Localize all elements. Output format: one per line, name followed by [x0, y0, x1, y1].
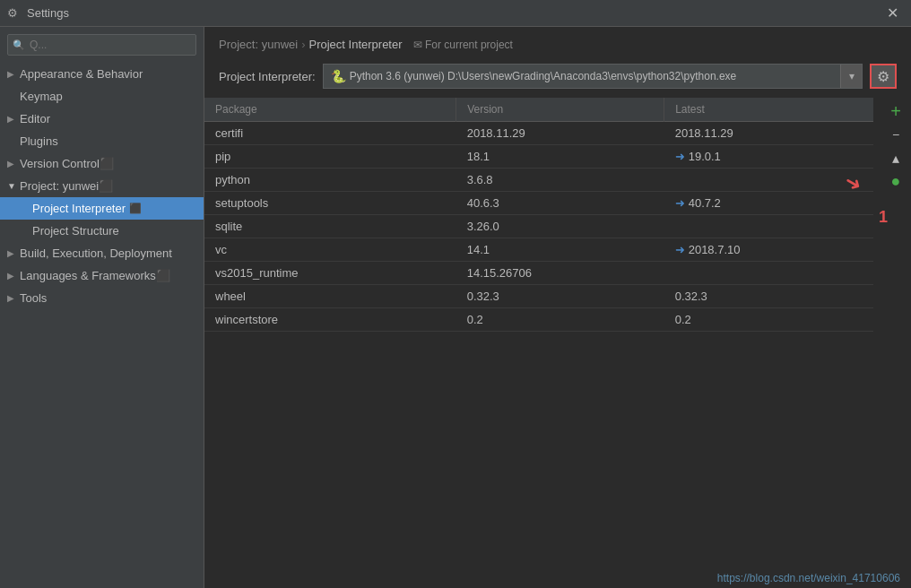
interpreter-bar: Project Interpreter: 🐍 Python 3.6 (yunwe… [204, 58, 911, 98]
packages-table: Package Version Latest certifi2018.11.29… [204, 98, 873, 332]
cell-latest: ➜19.0.1 [664, 145, 873, 169]
gear-settings-button[interactable]: ⚙ [870, 64, 897, 89]
chevron-right-icon: ▶ [7, 159, 20, 169]
cell-version: 3.6.8 [456, 169, 664, 192]
search-box[interactable]: 🔍 [7, 34, 196, 56]
close-button[interactable]: ✕ [881, 3, 904, 23]
cell-latest: ➜40.7.2 [664, 192, 873, 215]
version-control-icon: ⬛ [100, 157, 114, 170]
table-row[interactable]: vs2015_runtime14.15.26706 [204, 262, 873, 285]
add-package-button[interactable]: + [886, 101, 906, 121]
interpreter-path: Python 3.6 (yunwei) D:\Users\newGrading\… [350, 70, 837, 82]
cell-package: certifi [204, 122, 456, 145]
cell-version: 3.26.0 [456, 215, 664, 238]
cell-latest: ➜2018.7.10 [664, 238, 873, 262]
chevron-right-icon: ▶ [7, 271, 20, 281]
cell-latest: 0.32.3 [664, 285, 873, 308]
cell-latest [664, 215, 873, 238]
cell-latest [664, 169, 873, 192]
cell-latest: 0.2 [664, 308, 873, 332]
cell-version: 14.15.26706 [456, 262, 664, 285]
breadcrumb-current: Project Interpreter [309, 38, 403, 51]
table-container: Package Version Latest certifi2018.11.29… [204, 98, 881, 568]
cell-package: wincertstore [204, 308, 456, 332]
title-bar-title: Settings [27, 6, 881, 20]
cell-latest: 2018.11.29 [664, 122, 873, 145]
table-row[interactable]: wincertstore0.20.2 [204, 308, 873, 332]
sidebar-item-editor[interactable]: ▶ Editor [0, 108, 204, 130]
breadcrumb: Project: yunwei › Project Interpreter ✉ … [204, 27, 911, 58]
table-row[interactable]: setuptools40.6.3➜40.7.2 [204, 192, 873, 215]
interpreter-select[interactable]: 🐍 Python 3.6 (yunwei) D:\Users\newGradin… [323, 64, 863, 89]
cell-version: 18.1 [456, 145, 664, 169]
sidebar-item-project-yunwei[interactable]: ▼ Project: yunwei ⬛ [0, 175, 204, 197]
search-icon: 🔍 [13, 39, 25, 51]
sidebar-item-build-execution[interactable]: ▶ Build, Execution, Deployment [0, 242, 204, 264]
table-row[interactable]: sqlite3.26.0 [204, 215, 873, 238]
project-interpreter-icon: ⬛ [129, 203, 142, 214]
sidebar-item-project-interpreter[interactable]: Project Interpreter ⬛ [0, 197, 204, 220]
chevron-down-icon: ▼ [7, 181, 20, 191]
chevron-right-icon: ▶ [7, 69, 20, 79]
interpreter-label: Project Interpreter: [219, 70, 316, 83]
sidebar-item-project-structure[interactable]: Project Structure [0, 220, 204, 242]
settings-icon: ⚙ [7, 6, 22, 21]
table-header-row: Package Version Latest [204, 98, 873, 122]
project-icon: ⬛ [99, 179, 113, 193]
update-package-button[interactable]: ▴ [886, 148, 906, 168]
search-input[interactable] [7, 34, 196, 56]
cell-package: setuptools [204, 192, 456, 215]
cell-version: 14.1 [456, 238, 664, 262]
sidebar-item-version-control[interactable]: ▶ Version Control ⬛ [0, 152, 204, 175]
table-row[interactable]: pip18.1➜19.0.1 [204, 145, 873, 169]
cell-version: 0.32.3 [456, 285, 664, 308]
cell-package: vs2015_runtime [204, 262, 456, 285]
dropdown-arrow-icon[interactable]: ▾ [840, 65, 862, 88]
table-row[interactable]: certifi2018.11.292018.11.29 [204, 122, 873, 145]
cell-package: vc [204, 238, 456, 262]
sidebar: 🔍 ▶ Appearance & Behavior Keymap ▶ Edito… [0, 27, 204, 588]
update-arrow-icon: ➜ [675, 150, 685, 163]
breadcrumb-project: Project: yunwei [219, 38, 298, 51]
table-row[interactable]: vc14.1➜2018.7.10 [204, 238, 873, 262]
table-row[interactable]: wheel0.32.30.32.3 [204, 285, 873, 308]
chevron-right-icon: ▶ [7, 114, 20, 124]
sidebar-item-appearance-behavior[interactable]: ▶ Appearance & Behavior [0, 63, 204, 85]
update-arrow-icon: ➜ [675, 196, 685, 210]
table-row[interactable]: python3.6.8 [204, 169, 873, 192]
main-container: 🔍 ▶ Appearance & Behavior Keymap ▶ Edito… [0, 27, 911, 588]
chevron-right-icon: ▶ [7, 248, 20, 258]
table-actions: + − ▴ ● [881, 98, 911, 568]
cell-package: python [204, 169, 456, 192]
breadcrumb-separator: › [301, 38, 305, 51]
update-arrow-icon: ➜ [675, 243, 685, 256]
cell-package: sqlite [204, 215, 456, 238]
col-header-package: Package [204, 98, 456, 122]
cell-version: 40.6.3 [456, 192, 664, 215]
cell-version: 2018.11.29 [456, 122, 664, 145]
packages-table-wrapper[interactable]: Package Version Latest certifi2018.11.29… [204, 98, 873, 332]
sidebar-item-tools[interactable]: ▶ Tools [0, 287, 204, 309]
sidebar-item-languages-frameworks[interactable]: ▶ Languages & Frameworks ⬛ [0, 264, 204, 287]
remove-package-button[interactable]: − [886, 125, 906, 144]
col-header-latest: Latest [664, 98, 873, 122]
col-header-version: Version [456, 98, 664, 122]
for-current-label: ✉ For current project [413, 39, 513, 51]
status-button[interactable]: ● [886, 171, 906, 191]
languages-icon: ⬛ [156, 269, 170, 282]
title-bar: ⚙ Settings ✕ [0, 0, 911, 27]
sidebar-item-keymap[interactable]: Keymap [0, 85, 204, 108]
packages-area: Package Version Latest certifi2018.11.29… [204, 98, 911, 568]
content-pane: Project: yunwei › Project Interpreter ✉ … [204, 27, 911, 588]
python-icon: 🐍 [331, 69, 346, 83]
cell-latest [664, 262, 873, 285]
cell-package: pip [204, 145, 456, 169]
gear-icon: ⚙ [877, 68, 889, 85]
cell-version: 0.2 [456, 308, 664, 332]
sidebar-item-plugins[interactable]: Plugins [0, 130, 204, 152]
cell-package: wheel [204, 285, 456, 308]
chevron-right-icon: ▶ [7, 293, 20, 303]
footer-url: https://blog.csdn.net/weixin_41710606 [204, 568, 911, 588]
